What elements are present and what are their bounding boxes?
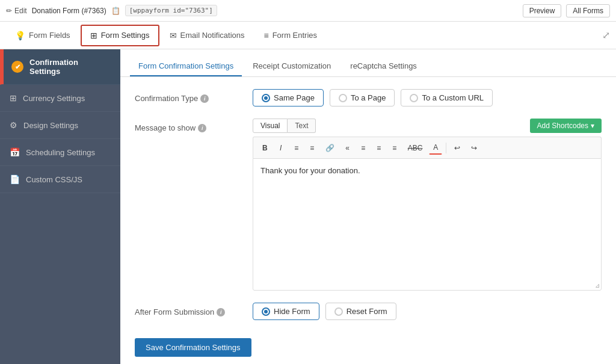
tab-email-notifications-label: Email Notifications <box>180 31 245 40</box>
to-a-page-label: To a Page <box>351 93 386 102</box>
expand-icon[interactable]: ⤢ <box>602 29 610 41</box>
after-submission-text: After Form Submission <box>135 307 214 316</box>
sidebar-item-confirmation-settings[interactable]: ✔ Confirmation Settings <box>0 49 120 85</box>
sidebar-design-label: Design Settings <box>23 121 78 130</box>
text-tab[interactable]: Text <box>288 119 316 133</box>
visual-tab-label: Visual <box>260 122 280 130</box>
form-fields-icon: 💡 <box>15 31 25 40</box>
confirmation-badge: ✔ <box>11 61 23 73</box>
radio-reset-form[interactable]: Reset Form <box>325 303 396 320</box>
editor-toolbar: B I ≡ ≡ 🔗 « ≡ ≡ ≡ ABC A ↩ ↪ <box>253 137 602 158</box>
all-forms-button[interactable]: All Forms <box>566 4 610 17</box>
resize-handle[interactable]: ⊿ <box>595 282 600 289</box>
after-submission-label: After Form Submission i <box>135 303 243 316</box>
message-row: Message to show i Visual Text <box>135 119 602 291</box>
to-a-custom-url-label: To a Custom URL <box>422 93 484 102</box>
radio-to-a-page[interactable]: To a Page <box>330 89 395 106</box>
sub-tab-receipt-label: Receipt Customization <box>253 61 331 70</box>
main-layout: ✔ Confirmation Settings ⊞ Currency Setti… <box>0 49 616 364</box>
tab-form-settings[interactable]: ⊞ Form Settings <box>81 25 159 46</box>
add-shortcodes-button[interactable]: Add Shortcodes ▾ <box>530 119 602 133</box>
radio-hide-form-dot <box>262 307 270 316</box>
form-title: Donation Form (#7363) <box>32 7 106 15</box>
strikethrough-button[interactable]: ABC <box>404 141 427 155</box>
radio-same-page-dot <box>262 94 270 102</box>
radio-to-a-custom-url[interactable]: To a Custom URL <box>401 89 493 106</box>
form-entries-icon: ≡ <box>263 31 268 40</box>
custom-css-icon: 📄 <box>10 174 20 184</box>
nav-tabs: 💡 Form Fields ⊞ Form Settings ✉ Email No… <box>0 22 616 49</box>
form-settings-icon: ⊞ <box>90 31 97 40</box>
undo-button[interactable]: ↩ <box>450 141 464 155</box>
confirmation-type-label: Confirmation Type i <box>135 89 243 103</box>
sidebar-confirmation-label: Confirmation Settings <box>29 58 111 76</box>
message-label: Message to show i <box>135 119 243 132</box>
chevron-down-icon: ▾ <box>591 122 594 130</box>
align-left-button[interactable]: ≡ <box>357 141 370 155</box>
tab-form-fields-label: Form Fields <box>29 31 70 40</box>
sidebar-item-currency-settings[interactable]: ⊞ Currency Settings <box>0 85 120 112</box>
hide-form-label: Hide Form <box>274 307 310 316</box>
sub-tabs: Form Confirmation Settings Receipt Custo… <box>120 49 616 77</box>
tab-email-notifications[interactable]: ✉ Email Notifications <box>161 25 254 46</box>
sidebar-custom-label: Custom CSS/JS <box>26 175 82 184</box>
sub-tab-form-confirmation[interactable]: Form Confirmation Settings <box>130 57 242 76</box>
same-page-label: Same Page <box>274 93 315 102</box>
confirmation-type-row: Confirmation Type i Same Page To a Page … <box>135 89 602 106</box>
after-submission-row: After Form Submission i Hide Form Reset … <box>135 303 602 320</box>
shortcode-display[interactable]: [wppayform id="7363"] <box>125 5 217 16</box>
sidebar: ✔ Confirmation Settings ⊞ Currency Setti… <box>0 49 120 364</box>
editor-body[interactable]: Thank you for your donation. ⊿ <box>253 158 602 291</box>
sidebar-item-scheduling-settings[interactable]: 📅 Scheduling Settings <box>0 139 120 166</box>
sidebar-item-custom-css-js[interactable]: 📄 Custom CSS/JS <box>0 166 120 193</box>
visual-tab[interactable]: Visual <box>253 119 288 133</box>
sub-tab-receipt[interactable]: Receipt Customization <box>244 57 339 76</box>
scheduling-icon: 📅 <box>10 147 20 157</box>
italic-button[interactable]: I <box>274 141 288 155</box>
redo-button[interactable]: ↪ <box>467 141 481 155</box>
message-label-text: Message to show <box>135 123 196 132</box>
sub-tab-recaptcha[interactable]: reCaptcha Settings <box>342 57 425 76</box>
confirmation-type-info-icon[interactable]: i <box>200 94 209 103</box>
copy-shortcode-icon[interactable]: 📋 <box>111 7 120 15</box>
unordered-list-button[interactable]: ≡ <box>290 141 303 155</box>
radio-custom-url-dot <box>410 94 418 102</box>
form-content: Confirmation Type i Same Page To a Page … <box>120 77 616 364</box>
tab-form-fields[interactable]: 💡 Form Fields <box>6 25 79 46</box>
design-icon: ⚙ <box>10 120 17 130</box>
tab-form-settings-label: Form Settings <box>101 31 150 40</box>
edit-label: Edit <box>14 7 27 15</box>
edit-link[interactable]: ✏ Edit <box>6 7 27 15</box>
link-button[interactable]: 🔗 <box>321 141 339 155</box>
blockquote-button[interactable]: « <box>341 141 354 155</box>
radio-hide-form[interactable]: Hide Form <box>253 303 319 320</box>
add-shortcodes-label: Add Shortcodes <box>537 122 588 130</box>
after-submission-info-icon[interactable]: i <box>217 308 225 316</box>
confirmation-type-text: Confirmation Type <box>135 94 198 103</box>
message-info-icon[interactable]: i <box>198 124 206 132</box>
sidebar-currency-label: Currency Settings <box>23 94 85 103</box>
align-right-button[interactable]: ≡ <box>388 141 401 155</box>
content-area: Form Confirmation Settings Receipt Custo… <box>120 49 616 364</box>
text-color-button[interactable]: A <box>429 141 442 155</box>
sidebar-item-design-settings[interactable]: ⚙ Design Settings <box>0 112 120 139</box>
editor-wrapper: Visual Text Add Shortcodes ▾ B <box>253 119 602 291</box>
bold-button[interactable]: B <box>258 141 272 155</box>
save-confirmation-settings-button[interactable]: Save Confirmation Settings <box>135 338 251 357</box>
ordered-list-button[interactable]: ≡ <box>306 141 319 155</box>
confirmation-type-controls: Same Page To a Page To a Custom URL <box>253 89 493 106</box>
sub-tab-recaptcha-label: reCaptcha Settings <box>350 61 417 70</box>
sub-tab-form-confirmation-label: Form Confirmation Settings <box>138 61 233 70</box>
tab-form-entries-label: Form Entries <box>273 31 317 40</box>
edit-pencil-icon: ✏ <box>6 7 12 15</box>
reset-form-label: Reset Form <box>346 307 387 316</box>
radio-reset-form-dot <box>334 307 343 316</box>
preview-button[interactable]: Preview <box>523 4 562 17</box>
align-center-button[interactable]: ≡ <box>372 141 386 155</box>
editor-content: Thank you for your donation. <box>260 166 360 175</box>
sidebar-scheduling-label: Scheduling Settings <box>26 148 95 157</box>
radio-same-page[interactable]: Same Page <box>253 89 324 106</box>
tab-form-entries[interactable]: ≡ Form Entries <box>254 25 326 46</box>
editor-view-tabs: Visual Text <box>253 119 316 133</box>
top-bar: ✏ Edit Donation Form (#7363) 📋 [wppayfor… <box>0 0 616 22</box>
